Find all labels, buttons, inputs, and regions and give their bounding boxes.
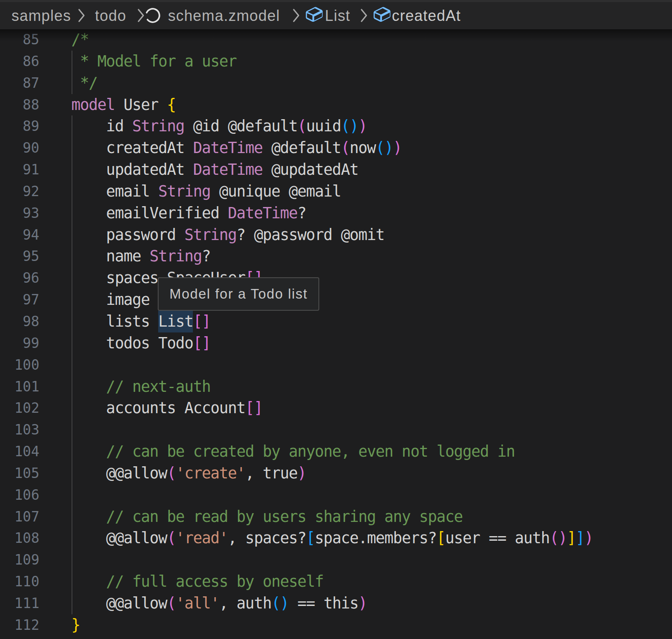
breadcrumb-item-symbol-list[interactable]: List xyxy=(325,2,351,29)
code-line: // full access by oneself xyxy=(72,571,593,593)
code-line: createdAt DateTime @default(now()) xyxy=(72,137,593,159)
code-line: emailVerified DateTime? xyxy=(72,202,593,224)
line-number: 100 xyxy=(0,354,39,376)
hover-tooltip: Model for a Todo list xyxy=(158,277,319,311)
breadcrumb-item-file[interactable]: schema.zmodel xyxy=(168,2,280,29)
line-number: 98 xyxy=(0,311,39,332)
line-number: 88 xyxy=(0,94,39,116)
breadcrumb-item-symbol-createdat[interactable]: createdAt xyxy=(392,2,461,29)
code-line xyxy=(72,549,593,571)
line-number-gutter: 8586878889909192939495969798991001011021… xyxy=(0,29,39,636)
code-line: /* xyxy=(72,29,593,51)
line-number: 104 xyxy=(0,441,39,463)
line-number: 85 xyxy=(0,29,39,51)
line-number: 109 xyxy=(0,549,39,571)
code-line: @@allow('all', auth() == this) xyxy=(72,593,593,614)
code-line: // can be created by anyone, even not lo… xyxy=(72,441,593,463)
code-line: id String @id @default(uuid()) xyxy=(72,115,593,137)
code-line: spaces SpaceUser[] xyxy=(72,267,593,289)
code-line: @@allow('read', spaces?[space.members?[u… xyxy=(72,527,593,549)
line-number: 97 xyxy=(0,289,39,311)
code-line: updatedAt DateTime @updatedAt xyxy=(72,159,593,181)
code-line: @@allow('create', true) xyxy=(72,463,593,484)
breadcrumb-item-todo[interactable]: todo xyxy=(95,2,126,29)
loading-icon xyxy=(144,7,161,28)
line-number: 111 xyxy=(0,593,39,614)
code-line: // next-auth xyxy=(72,376,593,398)
line-number: 103 xyxy=(0,419,39,441)
code-line: lists List[] xyxy=(72,311,593,332)
code-line: } xyxy=(72,614,593,636)
code-line xyxy=(72,354,593,376)
line-number: 107 xyxy=(0,506,39,528)
hover-tooltip-text: Model for a Todo list xyxy=(169,286,308,302)
symbol-cube-icon xyxy=(372,5,392,28)
line-number: 91 xyxy=(0,159,39,181)
code-line: */ xyxy=(72,72,593,94)
chevron-right-icon xyxy=(292,8,301,27)
code-line: name String? xyxy=(72,245,593,267)
line-number: 89 xyxy=(0,115,39,137)
line-number: 112 xyxy=(0,614,39,636)
line-number: 90 xyxy=(0,137,39,159)
code-area[interactable]: /* * Model for a user */model User { id … xyxy=(72,29,593,636)
line-number: 95 xyxy=(0,245,39,267)
code-line: password String? @password @omit xyxy=(72,224,593,246)
code-line: email String @unique @email xyxy=(72,181,593,202)
breadcrumb-item-samples[interactable]: samples xyxy=(12,2,71,29)
chevron-right-icon xyxy=(77,8,86,27)
code-line: accounts Account[] xyxy=(72,397,593,419)
editor-pane[interactable]: 8586878889909192939495969798991001011021… xyxy=(0,0,672,639)
code-line: // can be read by users sharing any spac… xyxy=(72,506,593,528)
line-number: 108 xyxy=(0,527,39,549)
line-number: 96 xyxy=(0,267,39,289)
line-number: 106 xyxy=(0,484,39,506)
code-line: * Model for a user xyxy=(72,51,593,72)
line-number: 92 xyxy=(0,181,39,202)
symbol-cube-icon xyxy=(305,5,324,28)
code-line xyxy=(72,419,593,441)
line-number: 105 xyxy=(0,463,39,484)
code-line: todos Todo[] xyxy=(72,332,593,354)
line-number: 101 xyxy=(0,376,39,398)
line-number: 87 xyxy=(0,72,39,94)
code-line: model User { xyxy=(72,94,593,116)
code-line xyxy=(72,484,593,506)
line-number: 99 xyxy=(0,332,39,354)
line-number: 93 xyxy=(0,202,39,224)
line-number: 110 xyxy=(0,571,39,593)
chevron-right-icon xyxy=(359,8,369,27)
line-number: 94 xyxy=(0,224,39,246)
line-number: 86 xyxy=(0,51,39,72)
line-number: 102 xyxy=(0,397,39,419)
code-line: image xyxy=(72,289,593,311)
breadcrumb: samples todo schema.zmodel List createdA… xyxy=(0,2,672,29)
